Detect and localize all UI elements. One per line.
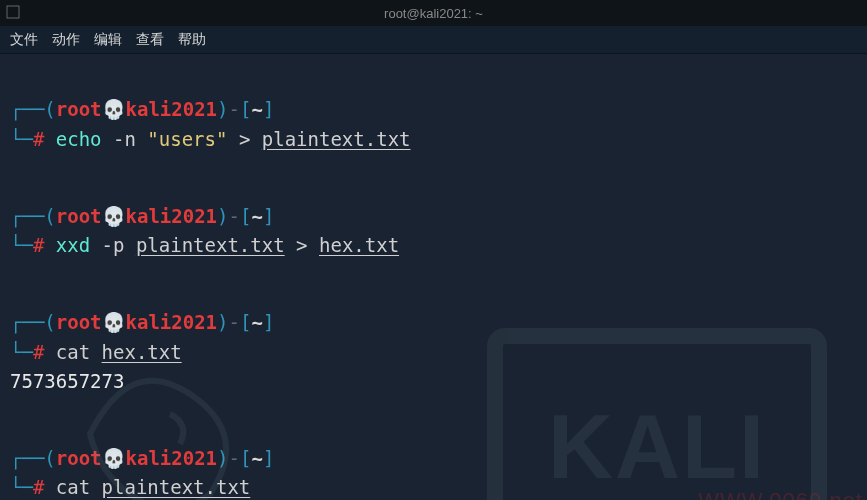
command-flag: -n	[113, 128, 136, 150]
prompt-hash: #	[33, 476, 44, 498]
command-output: 7573657273	[10, 370, 124, 392]
prompt-corner-bot: └─	[10, 234, 33, 256]
prompt-hash: #	[33, 234, 44, 256]
prompt-lbrack: [	[240, 98, 251, 120]
prompt-corner-bot: └─	[10, 476, 33, 498]
prompt-user: root	[56, 447, 102, 469]
command-string-arg: "users"	[147, 128, 227, 150]
prompt-cwd: ~	[251, 98, 262, 120]
prompt-host: kali2021	[126, 98, 218, 120]
command-name: xxd	[56, 234, 90, 256]
prompt-user: root	[56, 205, 102, 227]
prompt-cwd: ~	[251, 205, 262, 227]
command-flag: -p	[102, 234, 125, 256]
menu-file[interactable]: 文件	[10, 31, 38, 49]
prompt-user: root	[56, 311, 102, 333]
menu-view[interactable]: 查看	[136, 31, 164, 49]
terminal-block: ┌──(root💀kali2021)-[~] └─# xxd -p plaint…	[10, 172, 857, 260]
redirect-symbol: >	[296, 234, 307, 256]
menu-edit[interactable]: 编辑	[94, 31, 122, 49]
prompt-corner-top: ┌──	[10, 311, 44, 333]
window-titlebar: root@kali2021: ~	[0, 0, 867, 26]
terminal-area[interactable]: KALI ┌──(root💀kali2021)-[~] └─# echo -n …	[0, 54, 867, 500]
prompt-corner-bot: └─	[10, 341, 33, 363]
redirect-symbol: >	[239, 128, 250, 150]
filename: hex.txt	[102, 341, 182, 363]
prompt-rbrack: ]	[263, 98, 274, 120]
window-title: root@kali2021: ~	[384, 6, 483, 21]
prompt-hash: #	[33, 341, 44, 363]
filename: plaintext.txt	[102, 476, 251, 498]
command-name: cat	[56, 476, 90, 498]
prompt-user: root	[56, 98, 102, 120]
prompt-corner-top: ┌──	[10, 98, 44, 120]
prompt-corner-top: ┌──	[10, 205, 44, 227]
menu-help[interactable]: 帮助	[178, 31, 206, 49]
filename: plaintext.txt	[136, 234, 285, 256]
prompt-host: kali2021	[126, 311, 218, 333]
skull-icon: 💀	[102, 205, 126, 227]
menu-action[interactable]: 动作	[52, 31, 80, 49]
prompt-dash: -	[229, 98, 240, 120]
filename: plaintext.txt	[262, 128, 411, 150]
prompt-lparen: (	[44, 98, 55, 120]
prompt-corner-top: ┌──	[10, 447, 44, 469]
url-watermark: WWW.0069.net	[698, 484, 863, 500]
prompt-rparen: )	[217, 98, 228, 120]
prompt-host: kali2021	[126, 205, 218, 227]
app-icon	[6, 5, 20, 19]
command-name: echo	[56, 128, 102, 150]
skull-icon: 💀	[102, 98, 126, 120]
skull-icon: 💀	[102, 447, 126, 469]
menu-bar: 文件 动作 编辑 查看 帮助	[0, 26, 867, 54]
prompt-cwd: ~	[251, 311, 262, 333]
skull-icon: 💀	[102, 311, 126, 333]
prompt-host: kali2021	[126, 447, 218, 469]
command-name: cat	[56, 341, 90, 363]
terminal-block: ┌──(root💀kali2021)-[~] └─# echo -n "user…	[10, 66, 857, 154]
svg-rect-0	[7, 6, 19, 18]
prompt-corner-bot: └─	[10, 128, 33, 150]
terminal-block: ┌──(root💀kali2021)-[~] └─# cat hex.txt 7…	[10, 279, 857, 397]
prompt-cwd: ~	[251, 447, 262, 469]
prompt-hash: #	[33, 128, 44, 150]
filename: hex.txt	[319, 234, 399, 256]
